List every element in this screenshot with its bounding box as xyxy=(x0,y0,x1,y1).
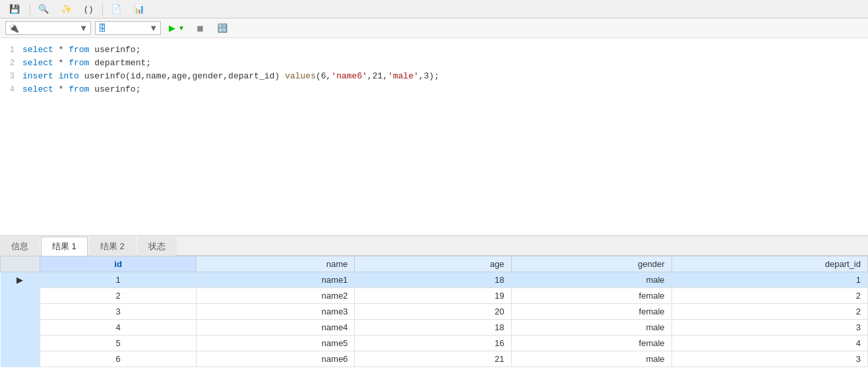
query-tool-button[interactable]: 🔍 xyxy=(34,3,55,15)
row-selector xyxy=(1,320,40,336)
row-selector xyxy=(1,351,40,367)
table-row[interactable]: 5name516female4 xyxy=(1,336,868,351)
schema-selector[interactable]: 🗄 ▼ xyxy=(95,21,161,35)
cell-age: 21 xyxy=(355,351,511,367)
tab-status[interactable]: 状态 xyxy=(137,237,177,256)
export-icon: 📊 xyxy=(134,4,144,14)
tab-info[interactable]: 信息 xyxy=(0,237,40,256)
row-selector xyxy=(1,288,40,304)
tab-result2[interactable]: 结果 2 xyxy=(89,237,136,256)
db-dropdown-arrow: ▼ xyxy=(79,23,88,33)
db-selector[interactable]: 🔌 ▼ xyxy=(5,21,91,35)
col-header-id: id xyxy=(40,256,197,272)
cell-depart_id: 2 xyxy=(671,288,867,304)
table-row[interactable]: 4name418male3 xyxy=(1,320,868,336)
export-button[interactable]: 📊 xyxy=(130,3,150,15)
save-icon: 💾 xyxy=(9,4,20,14)
code-line-3: 3 insert into userinfo(id,name,age,gende… xyxy=(0,70,868,83)
cell-depart_id: 1 xyxy=(671,272,867,288)
code-snippet-button[interactable]: ( ) xyxy=(80,3,98,15)
result-panel: id name age gender depart_id ▶1name118ma… xyxy=(0,256,868,367)
cell-gender: male xyxy=(511,320,671,336)
cell-age: 16 xyxy=(355,336,511,351)
cell-depart_id: 3 xyxy=(671,351,867,367)
cell-id: 1 xyxy=(40,272,197,288)
cell-name: name6 xyxy=(197,351,355,367)
stop-button[interactable]: ◼ xyxy=(193,22,209,34)
col-header-age: age xyxy=(355,256,511,272)
cell-id: 6 xyxy=(40,351,197,367)
stop-icon: ◼ xyxy=(197,23,204,33)
cell-depart_id: 4 xyxy=(671,336,867,351)
cell-gender: female xyxy=(511,336,671,351)
text-icon: 📄 xyxy=(111,4,121,14)
row-arrow-header xyxy=(1,256,40,272)
cell-age: 19 xyxy=(355,288,511,304)
cell-id: 3 xyxy=(40,304,197,320)
beautify-icon: ✨ xyxy=(61,4,72,14)
code-line-2: 2 select * from department; xyxy=(0,57,868,70)
table-row[interactable]: ▶1name118male1 xyxy=(1,272,868,288)
cell-gender: male xyxy=(511,351,671,367)
schema-icon: 🗄 xyxy=(98,23,107,33)
col-header-gender: gender xyxy=(511,256,671,272)
run-dropdown-arrow: ▼ xyxy=(178,24,185,32)
result-table: id name age gender depart_id ▶1name118ma… xyxy=(0,256,868,367)
tab-result1[interactable]: 结果 1 xyxy=(41,237,88,256)
connection-bar: 🔌 ▼ 🗄 ▼ ▶ ▼ ◼ 🔣 xyxy=(0,18,868,38)
schema-dropdown-arrow: ▼ xyxy=(149,23,158,33)
result-tabs-bar: 信息 结果 1 结果 2 状态 xyxy=(0,236,868,256)
separator2 xyxy=(102,3,103,15)
code-icon: ( ) xyxy=(84,4,92,14)
cell-depart_id: 2 xyxy=(671,304,867,320)
cell-depart_id: 3 xyxy=(671,320,867,336)
cell-id: 5 xyxy=(40,336,197,351)
separator1 xyxy=(30,3,30,15)
col-header-depart-id: depart_id xyxy=(671,256,867,272)
cell-age: 20 xyxy=(355,304,511,320)
text-button[interactable]: 📄 xyxy=(107,3,127,15)
row-selector xyxy=(1,336,40,351)
play-icon: ▶ xyxy=(169,23,175,33)
cell-name: name2 xyxy=(197,288,355,304)
code-line-1: 1 select * from userinfo; xyxy=(0,44,868,57)
run-button[interactable]: ▶ ▼ xyxy=(165,22,189,34)
cell-id: 2 xyxy=(40,288,197,304)
code-line-4: 4 select * from userinfo; xyxy=(0,83,868,96)
cell-name: name1 xyxy=(197,272,355,288)
sql-editor[interactable]: 1 select * from userinfo; 2 select * fro… xyxy=(0,38,868,236)
row-selector: ▶ xyxy=(1,272,40,288)
cell-gender: female xyxy=(511,304,671,320)
cell-name: name5 xyxy=(197,336,355,351)
row-selector xyxy=(1,304,40,320)
db-icon: 🔌 xyxy=(9,23,19,33)
cell-name: name4 xyxy=(197,320,355,336)
beautify-sql-button[interactable]: ✨ xyxy=(57,3,78,15)
explain-icon: 🔣 xyxy=(217,23,228,33)
table-row[interactable]: 2name219female2 xyxy=(1,288,868,304)
query-tool-icon: 🔍 xyxy=(38,4,49,14)
cell-age: 18 xyxy=(355,272,511,288)
cell-gender: male xyxy=(511,272,671,288)
cell-gender: female xyxy=(511,288,671,304)
save-button[interactable]: 💾 xyxy=(5,3,26,15)
toolbar: 💾 🔍 ✨ ( ) 📄 📊 xyxy=(0,0,868,18)
cell-name: name3 xyxy=(197,304,355,320)
table-row[interactable]: 3name320female2 xyxy=(1,304,868,320)
table-row[interactable]: 6name621male3 xyxy=(1,351,868,367)
cell-age: 18 xyxy=(355,320,511,336)
cell-id: 4 xyxy=(40,320,197,336)
explain-button[interactable]: 🔣 xyxy=(213,22,233,34)
col-header-name: name xyxy=(197,256,355,272)
